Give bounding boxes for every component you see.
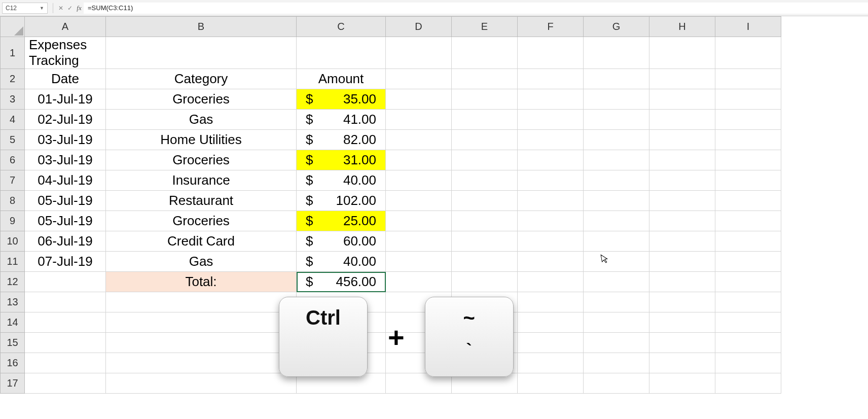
cell[interactable] xyxy=(386,353,452,373)
amount-cell[interactable]: $102.00 xyxy=(297,191,386,211)
cell[interactable] xyxy=(649,231,715,252)
cell[interactable] xyxy=(518,110,584,130)
row-header-4[interactable]: 4 xyxy=(1,110,25,130)
cell[interactable] xyxy=(715,110,781,130)
cell[interactable] xyxy=(386,69,452,89)
date-cell[interactable]: 06-Jul-19 xyxy=(25,231,106,252)
cell[interactable] xyxy=(518,211,584,231)
cell[interactable] xyxy=(649,89,715,110)
cell[interactable] xyxy=(106,333,297,353)
cell[interactable] xyxy=(386,231,452,252)
row-header-11[interactable]: 11 xyxy=(1,252,25,272)
row-header-5[interactable]: 5 xyxy=(1,130,25,150)
category-cell[interactable]: Groceries xyxy=(106,211,297,231)
cell[interactable] xyxy=(386,37,452,69)
cell[interactable] xyxy=(584,150,649,170)
amount-cell[interactable]: $35.00 xyxy=(297,89,386,110)
cell[interactable] xyxy=(452,231,518,252)
date-cell[interactable]: 04-Jul-19 xyxy=(25,170,106,191)
date-cell[interactable]: 03-Jul-19 xyxy=(25,150,106,170)
cell[interactable] xyxy=(649,130,715,150)
total-label-cell[interactable]: Total: xyxy=(106,272,297,292)
row-header-14[interactable]: 14 xyxy=(1,312,25,333)
cell[interactable] xyxy=(584,333,649,353)
cell[interactable] xyxy=(452,170,518,191)
cell[interactable] xyxy=(584,211,649,231)
cell[interactable] xyxy=(386,333,452,353)
accept-formula-icon[interactable]: ✓ xyxy=(65,4,75,13)
cell[interactable] xyxy=(715,211,781,231)
cell[interactable] xyxy=(649,191,715,211)
cell[interactable] xyxy=(715,37,781,69)
cell[interactable] xyxy=(715,353,781,373)
cell[interactable] xyxy=(649,312,715,333)
col-header-C[interactable]: C xyxy=(297,17,386,37)
name-box[interactable]: C12 ▼ xyxy=(2,3,48,14)
cell[interactable] xyxy=(518,252,584,272)
cell[interactable] xyxy=(584,89,649,110)
cell[interactable] xyxy=(518,373,584,394)
cell[interactable] xyxy=(518,130,584,150)
spreadsheet-grid[interactable]: A B C D E F G H I 1Expenses Tracking2Dat… xyxy=(0,16,868,394)
cell[interactable] xyxy=(386,272,452,292)
cell[interactable] xyxy=(25,312,106,333)
cell[interactable] xyxy=(649,353,715,373)
cell[interactable] xyxy=(452,150,518,170)
cell[interactable] xyxy=(452,69,518,89)
cell[interactable] xyxy=(715,89,781,110)
cell[interactable] xyxy=(25,272,106,292)
cell[interactable] xyxy=(106,292,297,312)
cell[interactable] xyxy=(649,272,715,292)
cell[interactable] xyxy=(106,37,297,69)
date-cell[interactable]: 03-Jul-19 xyxy=(25,130,106,150)
date-cell[interactable]: 05-Jul-19 xyxy=(25,211,106,231)
cell[interactable] xyxy=(649,150,715,170)
cell[interactable] xyxy=(452,191,518,211)
row-header-17[interactable]: 17 xyxy=(1,373,25,394)
category-cell[interactable]: Gas xyxy=(106,110,297,130)
cell[interactable] xyxy=(25,333,106,353)
cell[interactable] xyxy=(452,353,518,373)
cell[interactable] xyxy=(297,312,386,333)
select-all-corner[interactable] xyxy=(1,17,25,37)
cell[interactable] xyxy=(518,37,584,69)
cell[interactable] xyxy=(452,292,518,312)
col-header-B[interactable]: B xyxy=(106,17,297,37)
row-header-12[interactable]: 12 xyxy=(1,272,25,292)
name-box-dropdown-icon[interactable]: ▼ xyxy=(40,6,44,11)
amount-cell[interactable]: $41.00 xyxy=(297,110,386,130)
category-cell[interactable]: Restaurant xyxy=(106,191,297,211)
cell[interactable] xyxy=(584,170,649,191)
col-header-G[interactable]: G xyxy=(584,17,649,37)
cell[interactable] xyxy=(649,69,715,89)
cell[interactable] xyxy=(518,333,584,353)
cell[interactable] xyxy=(452,312,518,333)
category-cell[interactable]: Gas xyxy=(106,252,297,272)
cell[interactable] xyxy=(715,170,781,191)
col-header-I[interactable]: I xyxy=(715,17,781,37)
cell[interactable] xyxy=(715,69,781,89)
cell[interactable] xyxy=(518,150,584,170)
cell[interactable] xyxy=(106,373,297,394)
cell[interactable] xyxy=(386,211,452,231)
cell[interactable] xyxy=(452,89,518,110)
cell[interactable] xyxy=(584,231,649,252)
cell[interactable] xyxy=(649,292,715,312)
cell[interactable] xyxy=(518,89,584,110)
cell[interactable] xyxy=(25,292,106,312)
cell[interactable] xyxy=(518,231,584,252)
cell[interactable] xyxy=(518,191,584,211)
amount-cell[interactable]: $40.00 xyxy=(297,170,386,191)
cell[interactable] xyxy=(386,292,452,312)
cell[interactable] xyxy=(584,312,649,333)
cell[interactable] xyxy=(649,170,715,191)
cell[interactable] xyxy=(452,333,518,353)
cell[interactable] xyxy=(584,353,649,373)
cell[interactable] xyxy=(649,333,715,353)
cell[interactable] xyxy=(518,272,584,292)
cell[interactable] xyxy=(584,110,649,130)
row-header-1[interactable]: 1 xyxy=(1,37,25,69)
row-header-16[interactable]: 16 xyxy=(1,353,25,373)
cell[interactable] xyxy=(297,333,386,353)
cell[interactable] xyxy=(386,170,452,191)
